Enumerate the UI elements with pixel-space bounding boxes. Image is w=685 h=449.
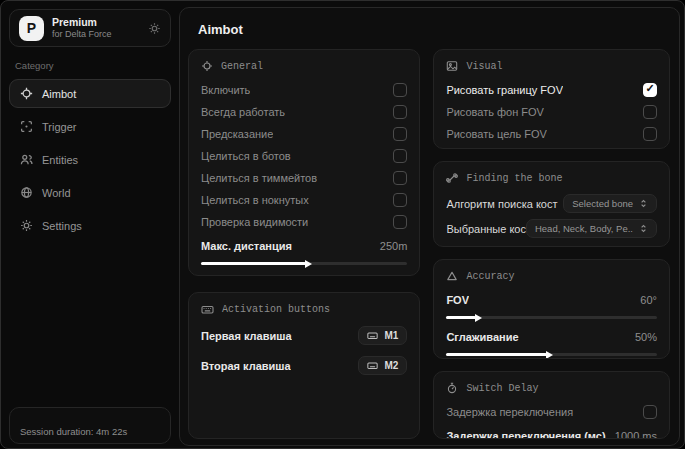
dropdown-row: Алгоритм поиска кост Selected bone xyxy=(446,194,657,213)
toggle-row: Целиться в ботов xyxy=(201,148,407,163)
slider-label: FOV xyxy=(446,294,469,306)
page-title: Aimbot xyxy=(198,22,670,37)
sidebar-item-aimbot[interactable]: Aimbot xyxy=(9,79,171,108)
smoothing-slider[interactable] xyxy=(446,353,657,356)
general-panel: General Включить Всегда работать Предска… xyxy=(188,49,420,276)
crosshair-icon xyxy=(20,87,33,100)
keybind-row: Вторая клавиша M2 xyxy=(201,356,407,375)
toggle-label: Включить xyxy=(201,84,250,96)
globe-icon xyxy=(20,186,33,199)
toggle-label: Проверка видимости xyxy=(201,216,308,228)
bone-algorithm-dropdown[interactable]: Selected bone xyxy=(563,194,657,213)
max-distance-slider-block: Макс. дистанция 250m xyxy=(201,238,407,265)
visual-panel: Visual Рисовать границу FOV Рисовать фон… xyxy=(433,49,670,149)
sidebar-item-label: Trigger xyxy=(42,121,76,133)
keybind-label: Первая клавиша xyxy=(201,330,292,342)
toggle-label: Целиться в ботов xyxy=(201,150,291,162)
gear-icon xyxy=(20,219,33,232)
toggle-row: Предсказание xyxy=(201,126,407,141)
toggle-label: Рисовать цель FOV xyxy=(446,128,546,140)
slider-value: 50% xyxy=(635,331,657,343)
stopwatch-icon xyxy=(446,382,458,394)
panel-title: Finding the bone xyxy=(466,173,562,184)
keybind-button-m1[interactable]: M1 xyxy=(358,326,407,345)
checkbox[interactable] xyxy=(393,193,407,207)
sidebar-item-world[interactable]: World xyxy=(9,178,171,207)
toggle-label: Рисовать границу FOV xyxy=(446,84,563,96)
checkbox[interactable] xyxy=(393,83,407,97)
sidebar-item-label: Aimbot xyxy=(42,88,76,100)
crosshair-icon xyxy=(201,60,213,72)
toggle-row: Проверка видимости xyxy=(201,214,407,229)
checkbox[interactable] xyxy=(393,171,407,185)
premium-card[interactable]: P Premium for Delta Force xyxy=(9,9,171,47)
activation-buttons-panel: Activation buttons Первая клавиша xyxy=(188,292,420,439)
checkbox[interactable] xyxy=(393,215,407,229)
slider-value: 1000 ms xyxy=(615,430,657,440)
checkbox[interactable] xyxy=(643,405,657,419)
toggle-controls xyxy=(643,83,657,97)
toggle-label: Предсказание xyxy=(201,128,273,140)
keybind-label: Вторая клавиша xyxy=(201,360,291,372)
entities-icon xyxy=(20,153,33,166)
sidebar-item-label: Settings xyxy=(42,220,82,232)
fov-slider-block: FOV 60° xyxy=(446,292,657,319)
app-window: P Premium for Delta Force Category xyxy=(0,0,685,449)
toggle-row: Задержка переключения xyxy=(446,404,657,419)
product-name: Premium xyxy=(52,16,140,29)
slider-value: 60° xyxy=(640,294,657,306)
toggle-row: Рисовать границу FOV xyxy=(446,82,657,97)
toggle-label: Целиться в тиммейтов xyxy=(201,172,317,184)
unfold-icon xyxy=(639,199,648,208)
toggle-row: Рисовать фон FOV xyxy=(446,104,657,119)
toggle-label: Целиться в нокнутых xyxy=(201,194,309,206)
switch-delay-slider-block: Задержка переключения (мс) 1000 ms xyxy=(446,428,657,439)
max-distance-slider[interactable] xyxy=(201,262,407,265)
slider-value: 250m xyxy=(380,240,408,252)
switch-delay-panel: Switch Delay Задержка переключения Задер… xyxy=(433,371,670,439)
toggle-label: Задержка переключения xyxy=(446,406,573,418)
finding-bone-panel: Finding the bone Алгоритм поиска кост Se… xyxy=(433,161,670,247)
panel-title: Accuracy xyxy=(466,271,514,282)
toggle-row: Целиться в нокнутых xyxy=(201,192,407,207)
slider-label: Задержка переключения (мс) xyxy=(446,430,605,440)
checkbox[interactable] xyxy=(643,83,657,97)
checkbox[interactable] xyxy=(643,127,657,141)
selected-bones-dropdown[interactable]: Head, Neck, Body, Pe.. xyxy=(526,219,657,238)
keybind-row: Первая клавиша M1 xyxy=(201,326,407,345)
triangle-icon xyxy=(446,270,458,282)
sidebar-item-entities[interactable]: Entities xyxy=(9,145,171,174)
toggle-label: Рисовать фон FOV xyxy=(446,106,544,118)
sidebar-item-settings[interactable]: Settings xyxy=(9,211,171,240)
checkbox[interactable] xyxy=(643,105,657,119)
panel-title: Visual xyxy=(466,61,502,72)
unfold-icon xyxy=(639,224,648,233)
keyboard-icon xyxy=(201,303,214,316)
product-subtitle: for Delta Force xyxy=(52,29,140,40)
settings-gear-icon[interactable] xyxy=(148,22,161,35)
category-label: Category xyxy=(15,60,165,71)
panel-title: Switch Delay xyxy=(466,383,538,394)
trigger-icon xyxy=(20,120,33,133)
toggle-row: Всегда работать xyxy=(201,104,407,119)
slider-label: Макс. дистанция xyxy=(201,240,292,252)
sidebar-item-trigger[interactable]: Trigger xyxy=(9,112,171,141)
toggle-label: Всегда работать xyxy=(201,106,285,118)
checkbox[interactable] xyxy=(393,127,407,141)
app-logo: P xyxy=(19,16,44,41)
panel-title: General xyxy=(221,61,263,72)
panel-title: Activation buttons xyxy=(222,304,330,315)
checkbox[interactable] xyxy=(393,149,407,163)
fov-slider[interactable] xyxy=(446,316,657,319)
dropdown-row: Выбранные кос Head, Neck, Body, Pe.. xyxy=(446,219,657,238)
accuracy-panel: Accuracy FOV 60° Сглаживание xyxy=(433,259,670,359)
sidebar-item-label: Entities xyxy=(42,154,78,166)
toggle-row: Рисовать цель FOV xyxy=(446,126,657,141)
checkbox[interactable] xyxy=(393,105,407,119)
sidebar-item-label: World xyxy=(42,187,71,199)
slider-label: Сглаживание xyxy=(446,331,518,343)
sidebar-menu: Aimbot Trigger Entitie xyxy=(9,79,171,240)
keyboard-icon xyxy=(367,360,378,371)
toggle-controls xyxy=(643,105,657,119)
keybind-button-m2[interactable]: M2 xyxy=(358,356,407,375)
